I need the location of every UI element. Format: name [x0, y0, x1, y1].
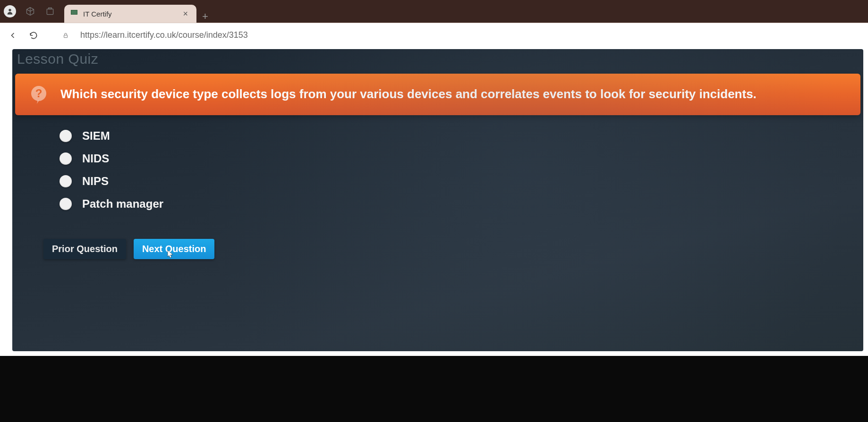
user-profile-icon[interactable] [4, 5, 16, 17]
address-bar: https://learn.itcertify.co.uk/course/ind… [0, 23, 868, 47]
answer-option-nips[interactable]: NIPS [60, 175, 863, 188]
back-button[interactable] [7, 29, 19, 42]
question-banner: ? Which security device type collects lo… [15, 74, 860, 115]
quiz-nav-buttons: Prior Question Next Question [12, 220, 863, 259]
option-label: Patch manager [82, 197, 163, 211]
answer-option-nids[interactable]: NIDS [60, 152, 863, 165]
page-title: Lesson Quiz [12, 49, 863, 74]
extensions-icon[interactable] [44, 6, 56, 17]
close-tab-icon[interactable]: × [181, 9, 190, 19]
svg-rect-1 [47, 9, 53, 15]
svg-rect-2 [49, 8, 52, 9]
radio-icon [60, 130, 72, 142]
question-mark-icon: ? [28, 84, 49, 105]
quiz-panel: Lesson Quiz ? Which security device type… [12, 49, 863, 351]
new-tab-button[interactable]: + [196, 10, 214, 23]
answer-options: SIEM NIDS NIPS Patch manager [12, 115, 863, 211]
mouse-cursor-icon [167, 249, 174, 259]
option-label: NIPS [82, 175, 109, 188]
tab-title: IT Certify [83, 10, 176, 18]
answer-option-siem[interactable]: SIEM [60, 129, 863, 143]
answer-option-patch-manager[interactable]: Patch manager [60, 197, 863, 211]
page-content: Lesson Quiz ? Which security device type… [0, 47, 868, 356]
svg-point-0 [9, 9, 11, 11]
reload-button[interactable] [27, 29, 40, 42]
apps-icon[interactable] [25, 6, 36, 17]
option-label: NIDS [82, 152, 109, 165]
browser-tab-active[interactable]: IT Certify × [64, 5, 196, 23]
prior-question-button[interactable]: Prior Question [43, 239, 126, 259]
favicon-icon [71, 10, 78, 17]
radio-icon [60, 198, 72, 210]
next-question-button[interactable]: Next Question [134, 239, 215, 259]
svg-text:?: ? [35, 87, 43, 100]
option-label: SIEM [82, 129, 110, 143]
svg-rect-3 [64, 35, 68, 37]
browser-tab-strip: IT Certify × + [0, 0, 868, 23]
radio-icon [60, 152, 72, 165]
question-text: Which security device type collects logs… [60, 86, 757, 102]
url-display[interactable]: https://learn.itcertify.co.uk/course/ind… [80, 30, 248, 40]
radio-icon [60, 175, 72, 187]
lock-icon[interactable] [60, 29, 72, 42]
